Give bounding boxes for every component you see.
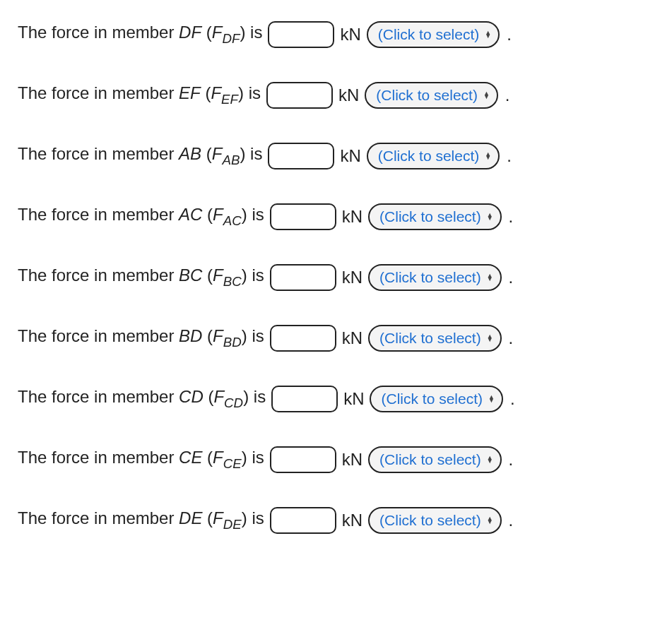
unit-label: kN [342, 268, 362, 288]
force-value-input-EF[interactable] [266, 82, 333, 109]
force-value-input-AB[interactable] [268, 143, 334, 169]
period: . [509, 450, 514, 470]
force-type-select-AC[interactable]: (Click to select) [368, 203, 501, 229]
force-row-DF: The force in member DF (FDF) is kN (Clic… [18, 21, 654, 48]
chevron-updown-icon [487, 274, 493, 281]
unit-label: kN [342, 207, 362, 227]
unit-label: kN [340, 146, 360, 167]
force-type-select-CD[interactable]: (Click to select) [370, 386, 502, 412]
force-label: The force in member CD (FCD) is [18, 387, 266, 410]
period: . [509, 328, 514, 349]
force-value-input-DE[interactable] [270, 507, 336, 534]
force-type-select-AB[interactable]: (Click to select) [367, 143, 500, 169]
period: . [507, 146, 512, 167]
force-row-EF: The force in member EF (FEF) is kN (Clic… [18, 82, 654, 109]
force-row-AC: The force in member AC (FAC) is kN (Clic… [18, 203, 654, 230]
force-value-input-AC[interactable] [270, 203, 336, 230]
force-label: The force in member AB (FAB) is [18, 144, 262, 167]
force-type-select-DE[interactable]: (Click to select) [368, 507, 501, 533]
unit-label: kN [342, 511, 362, 531]
force-row-CE: The force in member CE (FCE) is kN (Clic… [18, 446, 654, 473]
chevron-updown-icon [487, 456, 493, 463]
force-type-select-BC[interactable]: (Click to select) [368, 264, 501, 290]
force-type-select-EF[interactable]: (Click to select) [365, 82, 497, 108]
unit-label: kN [343, 389, 364, 410]
force-row-BD: The force in member BD (FBD) is kN (Clic… [18, 325, 654, 352]
chevron-updown-icon [485, 153, 491, 160]
force-label: The force in member BC (FBC) is [18, 266, 264, 289]
force-value-input-CD[interactable] [271, 386, 338, 412]
unit-label: kN [342, 328, 362, 349]
chevron-updown-icon [487, 335, 493, 342]
period: . [509, 207, 514, 227]
force-label: The force in member BD (FBD) is [18, 326, 264, 350]
force-type-select-CE[interactable]: (Click to select) [368, 446, 501, 472]
period: . [509, 511, 514, 531]
force-value-input-DF[interactable] [268, 21, 334, 48]
force-label: The force in member AC (FAC) is [18, 205, 264, 228]
unit-label: kN [338, 85, 359, 106]
force-type-select-DF[interactable]: (Click to select) [367, 21, 500, 47]
force-row-CD: The force in member CD (FCD) is kN (Clic… [18, 386, 654, 412]
chevron-updown-icon [487, 213, 493, 220]
force-row-DE: The force in member DE (FDE) is kN (Clic… [18, 507, 654, 534]
force-label: The force in member CE (FCE) is [18, 448, 264, 471]
chevron-updown-icon [487, 517, 493, 524]
force-value-input-BC[interactable] [270, 264, 336, 291]
period: . [509, 268, 514, 288]
force-value-input-BD[interactable] [270, 325, 336, 352]
force-value-input-CE[interactable] [270, 446, 336, 473]
period: . [510, 389, 515, 410]
chevron-updown-icon [483, 92, 490, 99]
force-row-AB: The force in member AB (FAB) is kN (Clic… [18, 143, 654, 169]
unit-label: kN [342, 450, 362, 470]
chevron-updown-icon [485, 31, 491, 38]
force-row-BC: The force in member BC (FBC) is kN (Clic… [18, 264, 654, 291]
unit-label: kN [340, 25, 360, 45]
force-label: The force in member DE (FDE) is [18, 508, 264, 532]
force-label: The force in member DF (FDF) is [18, 23, 262, 46]
period: . [507, 25, 512, 45]
period: . [505, 85, 510, 106]
force-type-select-BD[interactable]: (Click to select) [368, 325, 501, 351]
chevron-updown-icon [488, 395, 495, 403]
force-label: The force in member EF (FEF) is [18, 83, 261, 107]
